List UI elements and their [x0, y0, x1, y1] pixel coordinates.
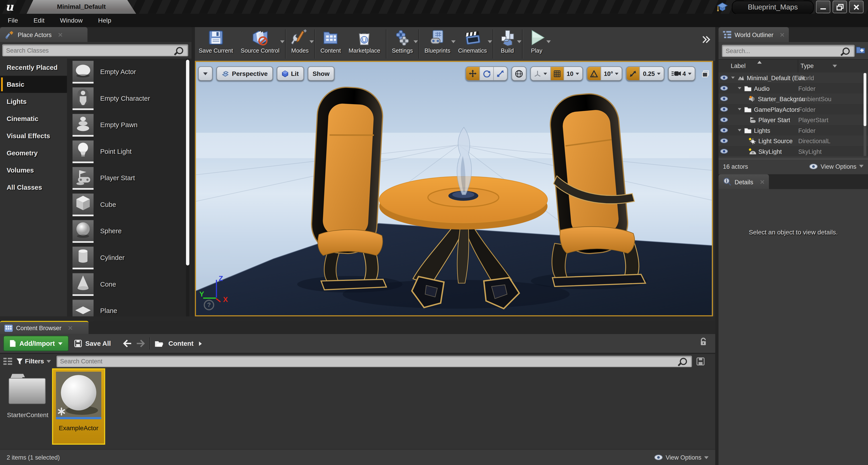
actor-item-player-start[interactable]: Player Start: [67, 165, 191, 192]
outliner-scrollbar[interactable]: [864, 73, 866, 156]
type-filter-icon[interactable]: [833, 65, 837, 68]
filters-button[interactable]: Filters: [17, 358, 51, 364]
category-geometry[interactable]: Geometry: [0, 144, 67, 162]
lit-mode-button[interactable]: Lit: [276, 66, 304, 81]
world-outliner-search-input[interactable]: [722, 48, 842, 54]
category-visual-effects[interactable]: Visual Effects: [0, 127, 67, 144]
tab-close-icon[interactable]: [68, 326, 72, 330]
source-control-dropdown-icon[interactable]: [280, 40, 285, 43]
build-button[interactable]: Build: [495, 27, 520, 61]
category-cinematic[interactable]: Cinematic: [0, 110, 67, 127]
blueprints-button[interactable]: Blueprints: [421, 27, 454, 61]
sort-ascending-icon[interactable]: [757, 61, 762, 63]
content-search[interactable]: [56, 355, 692, 367]
cinematics-button[interactable]: Cinematics: [454, 27, 491, 61]
panel-divider[interactable]: [0, 317, 715, 321]
rotation-snap-value-button[interactable]: 10°: [600, 67, 622, 80]
scale-snap-value-button[interactable]: 0.25: [640, 67, 664, 80]
perspective-button[interactable]: Perspective: [217, 66, 273, 81]
scale-tool-button[interactable]: [493, 67, 507, 80]
grid-snap-value-button[interactable]: 10: [563, 67, 582, 80]
breadcrumb-content[interactable]: Content: [168, 340, 193, 347]
category-all-classes[interactable]: All Classes: [0, 179, 67, 196]
sources-panel-icon[interactable]: [3, 357, 12, 365]
add-import-button[interactable]: Add/Import: [3, 336, 69, 352]
tab-close-icon[interactable]: [58, 32, 63, 37]
content-browser-tab[interactable]: Content Browser: [0, 321, 89, 334]
cinematics-dropdown-icon[interactable]: [487, 40, 492, 43]
details-tab[interactable]: i Details: [719, 174, 769, 189]
move-tool-button[interactable]: [466, 67, 479, 80]
restore-button[interactable]: [833, 0, 847, 13]
breadcrumb[interactable]: Content: [155, 340, 202, 347]
expand-icon[interactable]: [738, 129, 741, 131]
marketplace-button[interactable]: Marketplace: [345, 27, 384, 61]
close-button[interactable]: [849, 0, 864, 13]
settings-button[interactable]: Settings: [388, 27, 417, 61]
asset-starter-content-folder[interactable]: StarterContent: [4, 372, 51, 418]
world-outliner-search[interactable]: [722, 45, 855, 57]
tab-close-icon[interactable]: [760, 179, 765, 184]
actor-item-empty-actor[interactable]: Empty Actor: [67, 59, 191, 86]
menu-edit[interactable]: Edit: [33, 17, 44, 24]
grid-snap-toggle[interactable]: [550, 67, 563, 80]
actor-item-sphere[interactable]: Sphere: [67, 218, 191, 244]
actor-item-cone[interactable]: Cone: [67, 271, 191, 298]
source-control-button[interactable]: Source Control: [237, 27, 283, 61]
viewport-help-icon[interactable]: ?: [204, 300, 214, 310]
actor-item-empty-pawn[interactable]: Empty Pawn: [67, 112, 191, 138]
place-actors-tab[interactable]: Place Actors: [0, 27, 88, 42]
column-type[interactable]: Type: [800, 63, 813, 69]
category-basic[interactable]: Basic: [0, 76, 67, 93]
expand-icon[interactable]: [738, 108, 741, 110]
scale-snap-toggle[interactable]: [627, 67, 640, 80]
place-actors-scrollbar[interactable]: [186, 59, 189, 321]
settings-dropdown-icon[interactable]: [413, 40, 418, 43]
surface-snap-button[interactable]: [531, 67, 550, 80]
actor-item-empty-character[interactable]: Empty Character: [67, 85, 191, 112]
viewport-options-button[interactable]: [198, 66, 213, 81]
coordinate-system-button[interactable]: [511, 66, 526, 81]
visibility-eye-icon[interactable]: [720, 96, 728, 101]
save-search-icon[interactable]: [696, 357, 705, 365]
content-search-input[interactable]: [57, 358, 680, 364]
actor-item-cube[interactable]: Cube: [67, 191, 191, 218]
expand-icon[interactable]: [738, 87, 741, 90]
menu-help[interactable]: Help: [98, 17, 111, 24]
outliner-row-audio[interactable]: Audio Folder: [719, 83, 868, 94]
outliner-row-skylight[interactable]: SkyLight SkyLight: [719, 146, 868, 157]
actor-item-point-light[interactable]: Point Light: [67, 138, 191, 165]
lock-icon[interactable]: [699, 337, 708, 346]
content-view-options-button[interactable]: View Options: [655, 454, 709, 461]
visibility-eye-icon[interactable]: [720, 149, 728, 154]
column-label[interactable]: Label: [731, 63, 746, 69]
save-all-button[interactable]: Save All: [74, 340, 111, 347]
modes-button[interactable]: Modes: [287, 27, 313, 61]
play-dropdown-icon[interactable]: [546, 40, 551, 43]
viewport-maximize-icon[interactable]: [702, 69, 710, 78]
place-actors-search[interactable]: [2, 44, 188, 57]
outliner-row-lights[interactable]: Lights Folder: [719, 125, 868, 135]
toolbar-overflow-chevron-icon[interactable]: [701, 37, 713, 49]
visibility-eye-icon[interactable]: [720, 75, 728, 80]
visibility-eye-icon[interactable]: [720, 138, 728, 143]
outliner-row-player-start[interactable]: Player Start PlayerStart: [719, 114, 868, 125]
outliner-row-world[interactable]: Minimal_Default (Edit World: [719, 72, 868, 83]
outliner-view-options-button[interactable]: View Options: [809, 163, 864, 169]
tutorial-cap-icon[interactable]: [716, 2, 728, 14]
create-folder-icon[interactable]: [856, 45, 865, 54]
tab-close-icon[interactable]: [780, 32, 784, 37]
modes-dropdown-icon[interactable]: [309, 40, 314, 43]
camera-speed-button[interactable]: 4: [669, 67, 694, 80]
visibility-eye-icon[interactable]: [720, 128, 728, 133]
breadcrumb-arrow-icon[interactable]: [199, 341, 202, 346]
visibility-eye-icon[interactable]: [720, 86, 728, 91]
rotate-tool-button[interactable]: [479, 67, 493, 80]
rotation-snap-toggle[interactable]: [587, 67, 600, 80]
outliner-row-light-source[interactable]: Light Source DirectionalL: [719, 135, 868, 146]
save-current-button[interactable]: Save Current: [195, 27, 237, 61]
build-dropdown-icon[interactable]: [517, 40, 521, 43]
world-outliner-tab[interactable]: World Outliner: [719, 27, 789, 42]
visibility-eye-icon[interactable]: [720, 107, 728, 112]
panel-divider[interactable]: [191, 27, 195, 321]
